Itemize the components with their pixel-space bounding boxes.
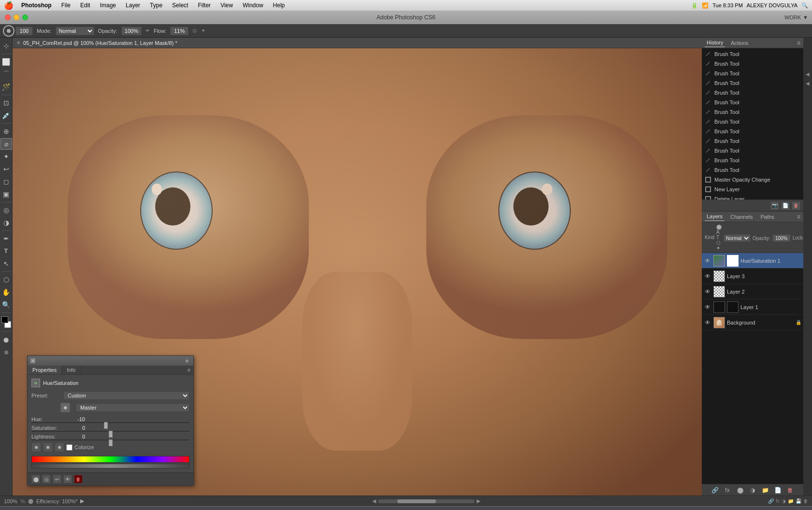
- layer-item-layer2[interactable]: 👁 Layer 2: [702, 284, 803, 299]
- close-button[interactable]: [5, 14, 11, 20]
- layers-panel-menu[interactable]: ≡: [797, 213, 800, 220]
- eyedropper-add-btn[interactable]: ✱: [31, 442, 41, 452]
- layer-item-background[interactable]: 👁 Background 🔒: [702, 315, 803, 330]
- menu-view[interactable]: View: [218, 1, 235, 10]
- colorize-checkbox[interactable]: [66, 444, 72, 451]
- properties-tab[interactable]: Properties: [28, 366, 62, 374]
- menu-type[interactable]: Type: [148, 1, 164, 10]
- add-vector-mask-btn[interactable]: ◎: [42, 475, 51, 483]
- crop-tool[interactable]: ⊡: [0, 97, 12, 109]
- delete-state-btn[interactable]: 🗑: [792, 201, 800, 210]
- eyedropper-sub-btn[interactable]: ✱: [43, 442, 53, 452]
- preset-select[interactable]: Custom Default: [63, 391, 189, 400]
- layer-item-hue-saturation-1[interactable]: 👁 Hue/Saturation 1: [702, 253, 803, 269]
- create-layer-btn[interactable]: 📄: [773, 486, 782, 495]
- layer-eye-background[interactable]: 👁: [704, 319, 711, 326]
- add-layer-mask-btn[interactable]: ⬤: [736, 486, 744, 495]
- create-fill-layer-btn[interactable]: ◑: [748, 486, 757, 495]
- history-item-2[interactable]: Brush Tool: [702, 69, 803, 78]
- channels-tab[interactable]: Channels: [728, 213, 754, 221]
- menu-help[interactable]: Help: [271, 1, 287, 10]
- flow-input[interactable]: [170, 27, 188, 35]
- menu-layer[interactable]: Layer: [124, 1, 142, 10]
- history-item-11[interactable]: Brush Tool: [702, 156, 803, 165]
- history-panel-menu[interactable]: ≡: [797, 40, 800, 46]
- history-item-14[interactable]: New Layer: [702, 184, 803, 194]
- layer-eye-hue-sat[interactable]: 👁: [704, 257, 711, 264]
- eyedropper-tool[interactable]: 💉: [0, 110, 12, 121]
- opacity-input[interactable]: [772, 234, 791, 242]
- eraser-tool[interactable]: ◻: [0, 176, 12, 187]
- collapse-history-btn[interactable]: ◀: [804, 71, 811, 77]
- actions-tab[interactable]: Actions: [729, 39, 750, 47]
- mode-select[interactable]: Normal Multiply Screen: [56, 27, 94, 35]
- panel-options-btn[interactable]: ≡: [185, 366, 193, 374]
- history-item-0[interactable]: Brush Tool: [702, 49, 803, 59]
- create-group-btn[interactable]: 📁: [761, 486, 769, 495]
- opacity-input[interactable]: [121, 27, 142, 35]
- canvas-container[interactable]: ✕ ≡ Properties Info ≡ H Hue/Saturation: [13, 48, 702, 496]
- pen-tool[interactable]: ✒: [0, 233, 12, 244]
- menu-window[interactable]: Window: [241, 1, 265, 10]
- horizontal-scrollbar[interactable]: [378, 499, 475, 503]
- properties-panel-menu[interactable]: ≡: [35, 358, 188, 364]
- lightness-slider[interactable]: [31, 439, 189, 440]
- scroll-right-icon[interactable]: ▶: [477, 498, 480, 504]
- menu-photoshop[interactable]: Photoshop: [19, 1, 54, 10]
- eyedropper-set-btn[interactable]: ✱: [55, 442, 64, 452]
- paths-tab[interactable]: Paths: [759, 213, 776, 221]
- saturation-slider[interactable]: [31, 431, 189, 432]
- menu-image[interactable]: Image: [98, 1, 118, 10]
- layer-eye-layer2[interactable]: 👁: [704, 288, 711, 295]
- scroll-left-icon[interactable]: ◀: [372, 498, 376, 504]
- dodge-tool[interactable]: ◑: [0, 217, 12, 228]
- menu-filter[interactable]: Filter: [196, 1, 213, 10]
- clone-stamp-tool[interactable]: ✦: [0, 151, 12, 162]
- history-item-10[interactable]: Brush Tool: [702, 146, 803, 156]
- hue-slider[interactable]: [31, 422, 189, 423]
- layer-eye-layer1[interactable]: 👁: [704, 304, 711, 311]
- blend-mode-select[interactable]: Normal Multiply Screen: [724, 234, 751, 242]
- add-mask-btn[interactable]: ⬤: [31, 475, 40, 483]
- hue-slider-handle[interactable]: [104, 422, 108, 429]
- add-layer-style-btn[interactable]: fx: [723, 486, 732, 495]
- collapse-layers-btn[interactable]: ◀: [804, 81, 811, 86]
- menu-select[interactable]: Select: [170, 1, 190, 10]
- text-tool[interactable]: T: [0, 245, 12, 257]
- scrollbar-thumb[interactable]: [397, 499, 436, 503]
- lightness-handle[interactable]: [109, 439, 113, 446]
- menu-file[interactable]: File: [59, 1, 72, 10]
- workspace-selector[interactable]: WORK ▼: [784, 14, 808, 20]
- create-new-doc-btn[interactable]: 📄: [781, 201, 790, 210]
- history-item-5[interactable]: Brush Tool: [702, 98, 803, 107]
- play-arrow[interactable]: ▶: [80, 498, 84, 504]
- delete-effect-btn[interactable]: 🗑: [74, 475, 83, 483]
- apple-menu[interactable]: 🍎: [4, 1, 14, 10]
- saturation-handle[interactable]: [109, 431, 113, 438]
- tab-close-btn[interactable]: ✕: [16, 40, 20, 45]
- history-item-1[interactable]: Brush Tool: [702, 59, 803, 69]
- color-swatches[interactable]: [0, 315, 12, 329]
- history-item-13[interactable]: Master Opacity Change: [702, 175, 803, 184]
- layer-item-layer1[interactable]: 👁 Layer 1: [702, 299, 803, 315]
- info-tab[interactable]: Info: [62, 366, 81, 374]
- properties-panel-close[interactable]: ✕: [30, 358, 35, 363]
- history-item-4[interactable]: Brush Tool: [702, 88, 803, 98]
- layer-item-layer3[interactable]: 👁 Layer 3: [702, 269, 803, 284]
- brush-tool[interactable]: ⌀: [0, 138, 12, 150]
- move-tool[interactable]: ⊹: [0, 40, 12, 52]
- history-item-9[interactable]: Brush Tool: [702, 136, 803, 146]
- minimize-button[interactable]: [14, 14, 19, 20]
- apply-effect-btn[interactable]: ↩: [53, 475, 61, 483]
- zoom-tool[interactable]: 🔍: [0, 299, 12, 311]
- maximize-button[interactable]: [22, 14, 28, 20]
- shape-tool[interactable]: ⬡: [0, 274, 12, 285]
- history-item-15[interactable]: Delete Layer: [702, 194, 803, 199]
- hand-tool[interactable]: ✋: [0, 286, 12, 298]
- link-layers-btn[interactable]: 🔗: [710, 486, 719, 495]
- gradient-tool[interactable]: ▣: [0, 188, 12, 200]
- search-icon[interactable]: 🔍: [801, 2, 808, 9]
- create-new-snapshot-btn[interactable]: 📷: [770, 201, 779, 210]
- history-item-7[interactable]: Brush Tool: [702, 117, 803, 127]
- brush-size-input[interactable]: [15, 27, 33, 35]
